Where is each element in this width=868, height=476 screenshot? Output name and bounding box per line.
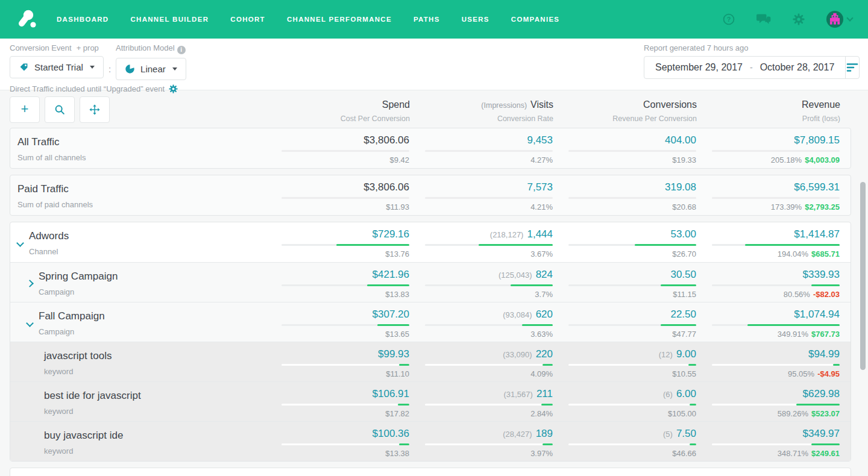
filter-colon: : xyxy=(108,58,111,80)
date-range-value[interactable]: September 29, 2017 - October 28, 2017 xyxy=(644,57,845,78)
metric-value[interactable]: 6.00 xyxy=(676,388,696,399)
metric-value[interactable]: 189 xyxy=(536,428,553,439)
metric-value[interactable]: $106.91 xyxy=(373,388,409,399)
expand-chevron-icon[interactable] xyxy=(26,280,34,287)
metric-value[interactable]: $421.96 xyxy=(373,269,409,280)
metric-value[interactable]: $6,599.31 xyxy=(794,181,840,193)
metric-bar xyxy=(568,197,696,199)
visits-cell: 9,453 4.27% xyxy=(409,128,553,168)
spend-cell: $99.93 $11.10 xyxy=(266,342,409,381)
metric-value[interactable]: $729.16 xyxy=(373,228,409,240)
metric-bar xyxy=(425,364,553,366)
metric-sub: 3.67% xyxy=(425,249,553,258)
metric-value[interactable]: 30.50 xyxy=(670,269,696,280)
table-row[interactable]: javascript tools keyword $99.93 $11.10 (… xyxy=(10,342,851,381)
scrollbar-thumb[interactable] xyxy=(860,182,866,370)
search-button[interactable] xyxy=(45,96,75,123)
column-header-spend[interactable]: Spend Cost Per Conversion xyxy=(266,96,410,123)
table-row[interactable]: best ide for javascript keyword $106.91 … xyxy=(10,381,851,421)
metric-value[interactable]: $100.36 xyxy=(373,428,409,439)
expand-chevron-icon[interactable] xyxy=(26,319,34,327)
chat-icon[interactable] xyxy=(756,13,771,25)
top-nav: DASHBOARD CHANNEL BUILDER COHORT CHANNEL… xyxy=(0,0,868,39)
metric-value[interactable]: $339.93 xyxy=(803,269,840,280)
impressions-header: (Impressions) xyxy=(481,101,527,110)
metric-sub: $9.42 xyxy=(281,155,409,164)
info-icon[interactable]: i xyxy=(177,46,186,54)
metric-bar xyxy=(568,150,696,152)
metric-bar xyxy=(425,244,553,246)
metric-sub: $10.55 xyxy=(568,369,696,378)
metric-value[interactable]: $1,414.87 xyxy=(794,228,840,240)
metric-value[interactable]: 824 xyxy=(536,269,553,280)
chevron-down-icon[interactable] xyxy=(846,14,853,21)
conversions-cell: 22.50 $47.77 xyxy=(553,302,696,342)
metric-value[interactable]: 211 xyxy=(536,388,553,399)
nav-item-companies[interactable]: COMPANIES xyxy=(511,16,560,23)
help-icon[interactable]: ? xyxy=(723,13,735,25)
column-header-visits[interactable]: (Impressions)Visits Conversion Rate xyxy=(410,96,553,123)
avatar[interactable] xyxy=(826,11,843,28)
settings-icon[interactable] xyxy=(793,13,805,25)
metric-value[interactable]: $7,809.15 xyxy=(794,134,840,146)
metric-value[interactable]: $629.98 xyxy=(803,388,840,399)
metric-value[interactable]: $94.99 xyxy=(808,348,840,360)
table-row[interactable]: Adwords Channel $729.16 $13.76 (218,127)… xyxy=(10,222,851,262)
metric-value[interactable]: 220 xyxy=(536,348,553,360)
metric-value[interactable]: 53.00 xyxy=(670,228,696,240)
metric-value[interactable]: 9,453 xyxy=(527,134,553,146)
caret-down-icon xyxy=(90,66,95,69)
table-row[interactable]: Paid Traffic Sum of paid channels $3,806… xyxy=(10,175,851,215)
metric-value[interactable]: 9.00 xyxy=(676,348,696,360)
nav-item-paths[interactable]: PATHS xyxy=(414,16,440,23)
nav-item-channel-builder[interactable]: CHANNEL BUILDER xyxy=(130,16,209,23)
table-row[interactable]: Video Channel $322.90 375 14.00 $344.07 xyxy=(10,468,851,476)
visits-cell: (31,567)211 2.84% xyxy=(409,382,553,421)
metric-value[interactable]: 404.00 xyxy=(665,134,696,146)
metric-value[interactable]: 22.50 xyxy=(670,308,696,320)
table-row[interactable]: Spring Campaign Campaign $421.96 $13.83 … xyxy=(10,262,851,302)
metric-sub: 3.63% xyxy=(425,330,553,339)
metric-value[interactable]: 319.08 xyxy=(665,181,696,193)
metric-bar xyxy=(425,197,553,199)
metric-bar xyxy=(281,364,409,366)
app-logo-icon[interactable] xyxy=(16,8,37,30)
nav-item-cohort[interactable]: COHORT xyxy=(230,16,265,23)
conversion-event-dropdown[interactable]: Started Trial xyxy=(10,56,104,78)
metric-value[interactable]: $1,074.94 xyxy=(794,308,840,320)
add-channel-button[interactable]: + xyxy=(10,96,40,123)
metric-sub: 3.97% xyxy=(425,449,553,458)
nav-item-users[interactable]: USERS xyxy=(462,16,489,23)
metric-sub: $11.10 xyxy=(281,369,409,378)
metric-value[interactable]: 7.50 xyxy=(676,428,696,439)
table-row[interactable]: buy javascript ide keyword $100.36 $13.3… xyxy=(10,421,851,461)
reorder-button[interactable] xyxy=(80,96,110,123)
metric-value[interactable]: $307.20 xyxy=(373,308,409,320)
column-header-revenue[interactable]: Revenue Profit (loss) xyxy=(697,96,840,123)
metric-sub: 589.26%$523.07 xyxy=(712,409,840,418)
table-row[interactable]: Fall Campaign Campaign $307.20 $13.65 (9… xyxy=(10,302,851,342)
nav-item-dashboard[interactable]: DASHBOARD xyxy=(57,16,108,23)
spend-cell: $421.96 $13.83 xyxy=(266,263,409,302)
table-row[interactable]: All Traffic Sum of all channels $3,806.0… xyxy=(10,128,851,168)
add-prop-link[interactable]: + prop xyxy=(77,43,99,52)
metric-value[interactable]: $3,806.06 xyxy=(363,134,409,146)
report-generated-label: Report generated 7 hours ago xyxy=(644,43,860,52)
column-header-conversions[interactable]: Conversions Revenue Per Conversion xyxy=(553,96,697,123)
metric-value[interactable]: $3,806.06 xyxy=(363,181,409,193)
expand-chevron-icon[interactable] xyxy=(16,239,24,247)
metric-pre: (31,567) xyxy=(503,390,532,399)
metric-sub: $20.68 xyxy=(568,202,696,211)
metric-sub: 3.7% xyxy=(425,290,553,299)
metric-value[interactable]: $349.97 xyxy=(803,428,840,439)
metric-value[interactable]: 620 xyxy=(536,308,553,320)
metric-value[interactable]: 1,444 xyxy=(527,228,553,240)
metric-pre: (12) xyxy=(659,350,673,359)
metric-value[interactable]: $99.93 xyxy=(378,348,409,360)
conversions-cell: (5)7.50 $46.66 xyxy=(553,422,696,461)
filter-icon[interactable] xyxy=(845,57,859,78)
attribution-model-dropdown[interactable]: Linear xyxy=(116,58,186,80)
metric-value[interactable]: 7,573 xyxy=(527,181,553,193)
nav-item-channel-performance[interactable]: CHANNEL PERFORMANCE xyxy=(287,16,392,23)
metric-sub: $26.70 xyxy=(568,249,696,258)
